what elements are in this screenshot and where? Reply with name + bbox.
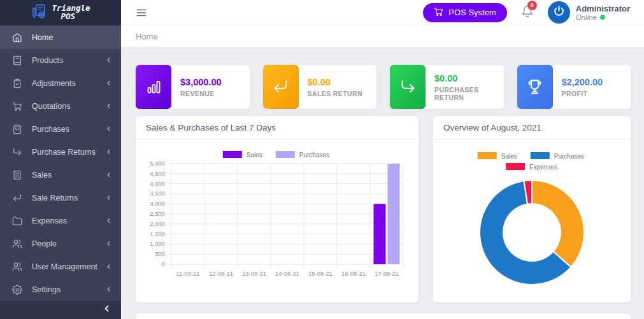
corner-down-left-icon bbox=[263, 65, 299, 109]
stat-label: REVENUE bbox=[180, 90, 222, 97]
chevron-left-icon bbox=[105, 194, 112, 201]
purchases-icon bbox=[12, 124, 22, 134]
sidebar-item-label: People bbox=[32, 239, 57, 248]
svg-text:15-08-21: 15-08-21 bbox=[308, 270, 333, 277]
sidebar-item-label: Products bbox=[32, 56, 63, 65]
breadcrumb-bar: Home bbox=[121, 25, 644, 48]
sidebar: TrianglePOS Home Products Adjustments Qu… bbox=[0, 0, 121, 319]
stat-value: $3,000.00 bbox=[180, 77, 222, 87]
people-icon bbox=[12, 239, 22, 249]
svg-text:Expenses: Expenses bbox=[529, 164, 557, 171]
sidebar-item-label: Adjustments bbox=[32, 79, 76, 88]
breadcrumb[interactable]: Home bbox=[136, 32, 158, 41]
svg-text:16-08-21: 16-08-21 bbox=[341, 270, 366, 277]
bar-chart: SalesPurchases05001,0001,5002,0002,5003,… bbox=[146, 143, 408, 296]
chevron-left-icon bbox=[105, 57, 112, 64]
stat-label: PROFIT bbox=[562, 90, 603, 97]
cart-icon bbox=[434, 7, 443, 18]
svg-text:14-08-21: 14-08-21 bbox=[275, 270, 299, 277]
sidebar-item-sale-returns[interactable]: Sale Returns bbox=[0, 187, 121, 209]
sidebar-item-label: Settings bbox=[32, 285, 61, 294]
svg-text:0: 0 bbox=[162, 260, 165, 267]
top-navbar: POS System 0 Administrator bbox=[121, 0, 644, 25]
charts-row: Sales & Purchases of Last 7 Days SalesPu… bbox=[136, 116, 631, 302]
svg-text:12-08-21: 12-08-21 bbox=[209, 270, 233, 277]
corner-down-right-icon bbox=[390, 65, 426, 109]
sale-returns-icon bbox=[12, 193, 22, 203]
dashboard-content: $3,000.00 REVENUE $0.00 SALES RETURN $0.… bbox=[121, 48, 644, 319]
stat-card-sales-return: $0.00 SALES RETURN bbox=[263, 65, 377, 109]
sidebar-item-settings[interactable]: Settings bbox=[0, 278, 121, 301]
trophy-icon bbox=[517, 65, 553, 109]
stat-value: $0.00 bbox=[434, 73, 504, 83]
menu-toggle-icon[interactable] bbox=[135, 6, 148, 19]
sidebar-item-label: Sales bbox=[32, 171, 52, 180]
notifications-bell[interactable]: 0 bbox=[521, 5, 534, 20]
sidebar-item-adjustments[interactable]: Adjustments bbox=[0, 72, 121, 95]
brand-logo[interactable]: TrianglePOS bbox=[0, 0, 121, 25]
sidebar-item-label: Purchases bbox=[32, 125, 69, 134]
sidebar-item-label: Home bbox=[32, 33, 53, 42]
stats-row: $3,000.00 REVENUE $0.00 SALES RETURN $0.… bbox=[136, 65, 631, 109]
stat-card-purchases-return: $0.00 PURCHASES RETURN bbox=[390, 65, 504, 109]
svg-text:Purchases: Purchases bbox=[299, 152, 329, 159]
sidebar-item-expenses[interactable]: Expenses bbox=[0, 209, 121, 232]
svg-text:5,000: 5,000 bbox=[150, 160, 165, 167]
donut-chart-title: Overview of August, 2021 bbox=[433, 116, 631, 139]
bar-chart-icon bbox=[136, 65, 171, 109]
chevron-left-icon bbox=[105, 263, 112, 270]
adjustments-icon bbox=[12, 78, 22, 89]
svg-text:4,500: 4,500 bbox=[150, 170, 165, 177]
donut-chart: SalesPurchasesExpenses bbox=[443, 143, 620, 299]
stat-label: SALES RETURN bbox=[308, 90, 362, 97]
stat-label: PURCHASES RETURN bbox=[434, 86, 504, 101]
sidebar-item-purchases[interactable]: Purchases bbox=[0, 118, 121, 141]
sidebar-item-user-management[interactable]: User Management bbox=[0, 255, 121, 278]
app: TrianglePOS Home Products Adjustments Qu… bbox=[0, 0, 644, 319]
purchase-returns-icon bbox=[12, 147, 22, 157]
stat-card-profit: $2,200.00 PROFIT bbox=[517, 65, 631, 109]
sidebar-item-purchase-returns[interactable]: Purchase Returns bbox=[0, 141, 121, 164]
sidebar-item-label: Purchase Returns bbox=[32, 148, 96, 157]
brand-name-line2: POS bbox=[61, 11, 75, 21]
brand-logo-icon bbox=[31, 4, 47, 20]
stat-card-revenue: $3,000.00 REVENUE bbox=[136, 65, 250, 109]
online-indicator bbox=[600, 15, 605, 20]
sidebar-item-products[interactable]: Products bbox=[0, 49, 121, 72]
svg-text:Sales: Sales bbox=[247, 152, 262, 159]
bar-chart-title: Sales & Purchases of Last 7 Days bbox=[136, 116, 419, 139]
settings-icon bbox=[12, 285, 22, 295]
brand-name-line1: Triangle bbox=[52, 3, 90, 13]
svg-text:2,500: 2,500 bbox=[150, 210, 165, 217]
svg-text:4,000: 4,000 bbox=[150, 180, 165, 187]
chevron-left-icon bbox=[105, 80, 112, 87]
chevron-left-icon bbox=[105, 286, 112, 293]
svg-text:1,500: 1,500 bbox=[150, 230, 165, 237]
svg-text:3,500: 3,500 bbox=[150, 190, 165, 197]
svg-text:2,000: 2,000 bbox=[150, 220, 165, 227]
user-management-icon bbox=[12, 262, 22, 272]
quotations-icon bbox=[12, 101, 22, 111]
user-name: Administrator bbox=[576, 4, 630, 14]
sidebar-item-quotations[interactable]: Quotations bbox=[0, 95, 121, 118]
sidebar-item-people[interactable]: People bbox=[0, 232, 121, 255]
pos-system-button[interactable]: POS System bbox=[423, 3, 506, 22]
svg-text:3,000: 3,000 bbox=[150, 200, 165, 207]
svg-text:13-08-21: 13-08-21 bbox=[242, 270, 266, 277]
notification-badge: 0 bbox=[527, 1, 537, 10]
sidebar-item-sales[interactable]: Sales bbox=[0, 164, 121, 187]
chevron-left-icon bbox=[102, 304, 111, 316]
navbar-right: POS System 0 Administrator bbox=[423, 1, 630, 24]
sidebar-collapse-button[interactable] bbox=[0, 301, 121, 319]
chevron-left-icon bbox=[105, 103, 112, 110]
stat-value: $0.00 bbox=[308, 77, 362, 87]
bottom-card bbox=[136, 313, 631, 319]
power-icon bbox=[553, 5, 565, 20]
bar-chart-card: Sales & Purchases of Last 7 Days SalesPu… bbox=[136, 116, 419, 302]
sidebar-item-label: Expenses bbox=[32, 216, 67, 225]
sidebar-item-home[interactable]: Home bbox=[0, 26, 121, 49]
chevron-left-icon bbox=[105, 217, 112, 224]
user-menu[interactable]: Administrator Online bbox=[548, 1, 630, 24]
sidebar-item-label: User Management bbox=[32, 262, 97, 271]
stat-value: $2,200.00 bbox=[562, 77, 603, 87]
